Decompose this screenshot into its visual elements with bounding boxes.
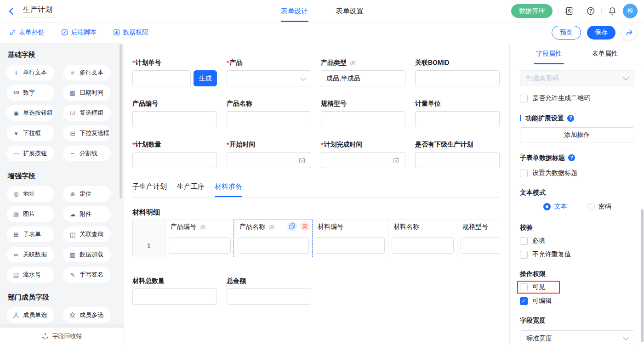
column-header[interactable]: 材料编号 [313, 220, 388, 234]
field-item-member-multi[interactable]: 众成员多选 [63, 307, 111, 323]
share-button[interactable] [621, 25, 637, 40]
header-tab-2[interactable]: 表单设置 [336, 0, 364, 22]
field-item-multi-select[interactable]: ⊟下拉复选框 [63, 125, 111, 141]
text-mode-option-1[interactable]: 文本 [543, 203, 567, 211]
field-item-data-load[interactable]: ▥数据加载 [63, 247, 111, 262]
radio[interactable] [587, 203, 595, 210]
text-input[interactable] [227, 111, 311, 127]
preview-button[interactable]: 预览 [552, 26, 581, 40]
tabs-divider [132, 197, 500, 198]
radio-selected[interactable] [543, 203, 551, 210]
checkbox[interactable] [520, 251, 528, 259]
checkbox-checked[interactable]: ✓ [520, 297, 528, 305]
checkbox[interactable] [520, 95, 528, 102]
text-input[interactable] [321, 111, 405, 127]
data-manage-button[interactable]: 数据管理 [511, 4, 553, 18]
text-input[interactable] [415, 152, 500, 168]
data-load-icon: ▥ [69, 251, 76, 258]
date-input[interactable] [227, 152, 311, 168]
field-item-extend-button[interactable]: ▭扩展按钮 [6, 146, 54, 161]
field-item-lookup[interactable]: ◫关联查询 [63, 226, 111, 242]
field-item-serial[interactable]: ▤流水号 [6, 267, 54, 283]
field-item-checkbox-group[interactable]: ☑复选框组 [63, 105, 111, 121]
add-action-button[interactable]: 添加操作 [520, 127, 634, 142]
field-width-select[interactable]: 标准宽度 [520, 330, 634, 345]
column-header[interactable]: 产品编号 [165, 220, 234, 234]
help-icon[interactable]: ? [568, 154, 575, 161]
field-item-number[interactable]: 123数字 [6, 85, 54, 101]
help-icon[interactable] [586, 6, 596, 16]
field-item-radio-group[interactable]: ◉单选按钮组 [6, 105, 54, 121]
back-button[interactable] [8, 7, 17, 16]
field-item-member-single[interactable]: 人成员单选 [6, 307, 54, 323]
save-button[interactable]: 保存 [587, 26, 616, 40]
delete-column-button[interactable] [300, 221, 310, 231]
date-input[interactable] [321, 152, 405, 168]
subform-tab-3[interactable]: 材料准备 [215, 182, 242, 197]
text-input[interactable] [132, 288, 217, 305]
subform-tab-2[interactable]: 生产工序 [177, 182, 205, 197]
toolbar-link-data-permission[interactable]: 数据权限 [113, 28, 148, 37]
checkbox[interactable] [520, 237, 528, 245]
text-mode-option-2[interactable]: 密码 [587, 203, 611, 211]
toolbar-link-external-link[interactable]: 表单外链 [9, 28, 45, 37]
text-input[interactable]: 成品,半成品 [321, 70, 405, 86]
field-recycle-bin[interactable]: 字段回收站 [0, 328, 124, 345]
required-asterisk: * [132, 59, 135, 67]
panel-tab-1[interactable]: 字段属性 [534, 43, 564, 64]
select-input[interactable] [227, 70, 311, 86]
column-header[interactable]: 规格型号 [457, 220, 500, 234]
checkbox[interactable] [520, 170, 528, 177]
permission-checkbox-1[interactable]: 可见 [520, 283, 634, 291]
qr-checkbox-slot: 是否允许生成二维码 [520, 94, 634, 102]
header-tab-1[interactable]: 表单设计 [281, 0, 308, 22]
page-title[interactable]: 生产计划 [22, 5, 56, 17]
validation-checkbox-2[interactable]: 不允许重复值 [520, 250, 634, 259]
field-item-select[interactable]: ▾下拉框 [6, 125, 54, 141]
cell-input[interactable] [316, 238, 385, 254]
field-item-datetime[interactable]: ▦日期时间 [63, 85, 111, 101]
permission-checkbox-2[interactable]: ✓可编辑 [520, 297, 634, 305]
field-item-single-line-text[interactable]: T单行文本 [6, 65, 54, 80]
text-input[interactable] [415, 70, 500, 86]
help-icon[interactable]: ? [567, 115, 574, 122]
field-item-attachment[interactable]: ☁附件 [63, 206, 111, 222]
contacts-icon[interactable] [564, 6, 574, 16]
field-item-link-data[interactable]: ∞关联数据 [6, 247, 54, 262]
field-item-image[interactable]: ▧图片 [6, 206, 54, 222]
cell-input[interactable] [392, 238, 454, 254]
validation-checkbox-1[interactable]: 必填 [520, 237, 634, 245]
field-item-signature[interactable]: ✎手写签名 [63, 267, 111, 283]
text-input[interactable] [132, 152, 217, 168]
text-input[interactable] [132, 70, 191, 86]
avatar[interactable]: 检 [623, 4, 638, 18]
field-item-subform[interactable]: ⊞子表单 [6, 226, 54, 242]
cell-input[interactable] [169, 238, 231, 254]
qr-code-checkbox[interactable]: 是否允许生成二维码 [520, 94, 634, 102]
panel-scrollbar[interactable] [641, 209, 644, 342]
barcode-select[interactable]: 扫描条形码 [520, 70, 634, 86]
calendar-icon [299, 157, 305, 164]
cell-input[interactable] [238, 238, 309, 254]
field-item-label: 关联查询 [80, 230, 103, 238]
copy-column-button[interactable] [287, 221, 297, 231]
field-item-multi-line-text[interactable]: ≡多行文本 [63, 65, 111, 80]
panel-tab-2[interactable]: 表单属性 [590, 43, 620, 64]
cell-input[interactable] [461, 238, 500, 254]
text-input[interactable] [415, 111, 500, 127]
subform-tab-1[interactable]: 子生产计划 [132, 182, 167, 197]
text-input[interactable] [132, 111, 217, 127]
sidebar-scrollbar[interactable] [120, 44, 122, 198]
bell-icon[interactable] [607, 6, 617, 16]
set-data-title-checkbox[interactable]: 设置为数据标题 [520, 169, 634, 177]
toolbar-link-backend-script[interactable]: 后端脚本 [61, 28, 97, 37]
panel-tabs: 字段属性表单属性 [510, 43, 644, 64]
field-item-location[interactable]: ⊕定位 [63, 186, 111, 202]
column-header[interactable]: 材料名称 [388, 220, 457, 234]
field-item-divider[interactable]: ┄分割线 [63, 146, 111, 161]
text-input[interactable] [227, 288, 311, 305]
field-label: *产品 [227, 59, 311, 67]
checkbox[interactable] [520, 283, 528, 291]
field-item-address[interactable]: ◎地址 [6, 186, 54, 202]
generate-button[interactable]: 生成 [194, 70, 217, 86]
